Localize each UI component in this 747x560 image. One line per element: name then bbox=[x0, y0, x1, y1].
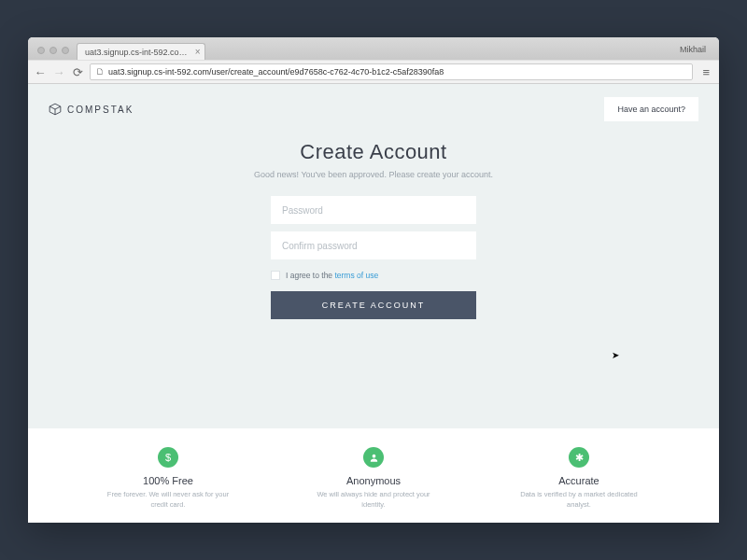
terms-row: I agree to the terms of use bbox=[271, 271, 476, 280]
person-icon bbox=[363, 447, 384, 468]
browser-toolbar: ← → ⟳ 🗋 uat3.signup.cs-int-592.com/user/… bbox=[28, 60, 719, 84]
browser-menu-icon[interactable]: ≡ bbox=[698, 65, 713, 79]
url-text: uat3.signup.cs-int-592.com/user/create_a… bbox=[108, 67, 444, 77]
feature-desc: Data is verified by a market dedicated a… bbox=[514, 490, 644, 510]
terms-prefix: I agree to the bbox=[286, 271, 334, 280]
asterisk-icon: ✱ bbox=[569, 447, 589, 468]
forward-button: → bbox=[52, 65, 65, 79]
dollar-icon: $ bbox=[158, 447, 178, 468]
feature-desc: Free forever. We will never ask for your… bbox=[103, 490, 233, 510]
feature-title: 100% Free bbox=[103, 475, 233, 486]
terms-link[interactable]: terms of use bbox=[334, 271, 378, 280]
window-controls bbox=[34, 47, 73, 60]
tab-title: uat3.signup.cs-int-592.co… bbox=[85, 48, 188, 57]
page-header: COMPSTAK Have an account? bbox=[28, 84, 719, 134]
features-section: $ 100% Free Free forever. We will never … bbox=[28, 428, 719, 523]
brand-logo[interactable]: COMPSTAK bbox=[49, 103, 134, 116]
feature-title: Accurate bbox=[514, 475, 644, 486]
signup-form: I agree to the terms of use CREATE ACCOU… bbox=[271, 196, 476, 319]
feature-accurate: ✱ Accurate Data is verified by a market … bbox=[514, 447, 644, 510]
feature-free: $ 100% Free Free forever. We will never … bbox=[103, 447, 233, 510]
signup-form-section: Create Account Good news! You've been ap… bbox=[28, 134, 719, 319]
page-icon: 🗋 bbox=[96, 67, 105, 77]
feature-desc: We will always hide and protect your ide… bbox=[308, 490, 439, 510]
browser-tab-bar: uat3.signup.cs-int-592.co… × Mikhail bbox=[28, 37, 719, 60]
minimize-window-icon[interactable] bbox=[49, 47, 57, 54]
have-account-link[interactable]: Have an account? bbox=[604, 97, 698, 121]
reload-button[interactable]: ⟳ bbox=[71, 65, 84, 79]
close-window-icon[interactable] bbox=[37, 47, 45, 54]
back-button[interactable]: ← bbox=[34, 65, 47, 79]
browser-tab[interactable]: uat3.signup.cs-int-592.co… × bbox=[77, 43, 205, 60]
create-account-button[interactable]: CREATE ACCOUNT bbox=[271, 291, 476, 319]
password-input[interactable] bbox=[271, 196, 476, 224]
maximize-window-icon[interactable] bbox=[62, 47, 69, 54]
feature-anonymous: Anonymous We will always hide and protec… bbox=[308, 447, 439, 510]
terms-checkbox[interactable] bbox=[271, 271, 280, 280]
page-subtitle: Good news! You've been approved. Please … bbox=[28, 170, 719, 179]
confirm-password-input[interactable] bbox=[271, 231, 476, 259]
page-viewport: COMPSTAK Have an account? Create Account… bbox=[28, 84, 719, 523]
terms-label: I agree to the terms of use bbox=[286, 271, 378, 280]
close-tab-icon[interactable]: × bbox=[195, 47, 201, 57]
logo-icon bbox=[49, 103, 62, 116]
brand-name: COMPSTAK bbox=[67, 105, 134, 115]
address-bar[interactable]: 🗋 uat3.signup.cs-int-592.com/user/create… bbox=[90, 63, 693, 80]
browser-profile-label[interactable]: Mikhail bbox=[680, 45, 713, 60]
page-title: Create Account bbox=[28, 140, 719, 164]
cursor-icon: ➤ bbox=[612, 350, 619, 360]
feature-title: Anonymous bbox=[308, 475, 439, 486]
browser-window: uat3.signup.cs-int-592.co… × Mikhail ← →… bbox=[28, 37, 719, 523]
svg-point-2 bbox=[372, 454, 375, 457]
